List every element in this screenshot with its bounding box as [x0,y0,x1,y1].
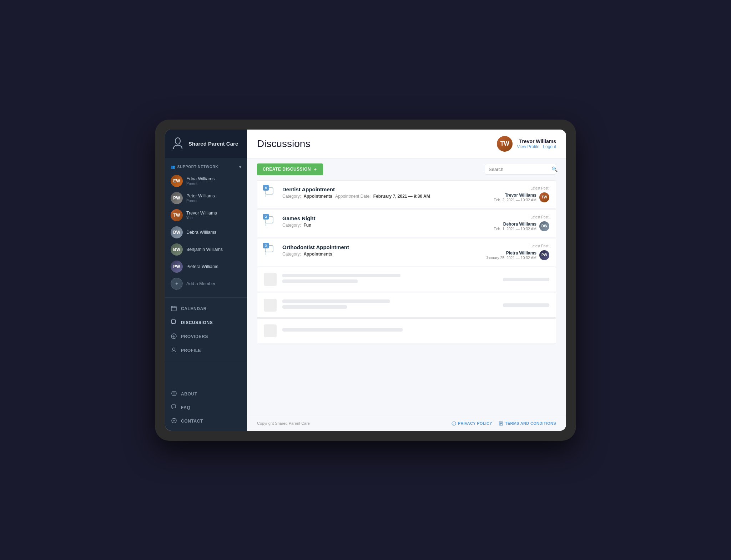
sidebar-item-faq[interactable]: FAQ [165,401,247,414]
terms-conditions-link[interactable]: TERMS AND CONDITIONS [499,421,556,426]
skeleton-right [503,278,549,281]
svg-point-12 [173,392,174,393]
sidebar-item-peter[interactable]: PW Peter Williams Parent [165,190,247,207]
svg-rect-1 [171,306,176,311]
discussions-icon [171,319,177,326]
network-icon: 👥 [171,165,175,169]
sidebar-item-calendar[interactable]: CALENDAR [165,302,247,316]
discussion-row-1[interactable]: 6 Dentist Appointment Category: Appointm… [257,180,556,208]
sidebar-item-discussions[interactable]: DISCUSSIONS [165,316,247,330]
sidebar-logo: Shared Parent Care [165,130,247,158]
svg-point-0 [175,138,180,144]
main-footer: Copyright Shared Parent Care i PRIVACY P… [247,416,566,431]
sidebar-item-contact[interactable]: ? CONTACT [165,414,247,428]
skeleton-row-6 [257,318,556,343]
support-network-label: 👥 SUPPORT NETWORK [171,165,218,169]
footer-copyright: Copyright Shared Parent Care [257,421,310,425]
logout-link[interactable]: Logout [543,144,556,149]
sidebar-item-add-member[interactable]: + Add a Member [165,275,247,292]
search-icon[interactable]: 🔍 [551,166,558,172]
support-network-section: 👥 SUPPORT NETWORK ▾ EW Edna Williams Par… [165,158,247,295]
member-role-edna: Parent [186,181,241,186]
latest-avatar-1: TW [539,192,549,202]
discussion-latest-1: Latest Post: Trevor Williams Feb. 2, 202… [485,186,549,202]
discussion-title-3: Orthodontist Appointment [282,244,479,250]
faq-icon [171,404,177,411]
discussion-icon-3: 3 [264,244,277,257]
avatar-pietera: PW [171,261,183,273]
tablet-frame: Shared Parent Care 👥 SUPPORT NETWORK ▾ E… [155,120,576,441]
avatar-trevor: TW [171,209,183,221]
view-profile-link[interactable]: View Profile [517,144,539,149]
add-member-label: Add a Member [186,281,241,286]
discussion-latest-2: Latest Post: Debora Williams Feb. 1, 202… [485,215,549,231]
avatar-edna: EW [171,175,183,187]
create-discussion-button[interactable]: CREATE DISCUSSION ＋ [257,163,323,175]
member-name-debra: Debra Williams [186,230,241,235]
skeleton-line [282,328,403,332]
privacy-icon: i [452,421,456,426]
member-name-edna: Edna Williams [186,176,241,181]
member-name-trevor: Trevor Williams [186,211,241,216]
skeleton-row-4 [257,267,556,292]
discussion-row-3[interactable]: 3 Orthodontist Appointment Category: App… [257,238,556,266]
badge-count-2: 2 [263,214,269,220]
member-name-pietera: Pietera Williams [186,264,241,269]
sidebar-item-edna[interactable]: EW Edna Williams Parent [165,172,247,190]
appt-date-1: Appointment Date: February 7, 2021 — 9:3… [335,194,430,199]
app-name: Shared Parent Care [188,140,238,147]
member-name-benjamin: Benjamin Williams [186,247,241,252]
discussion-title-2: Games Night [282,215,479,221]
member-name-peter: Peter Williams [186,193,241,198]
avatar-debra: DW [171,226,183,238]
skeleton-icon [264,324,277,337]
discussion-icon-2: 2 [264,215,277,228]
latest-name-1: Trevor Williams [494,193,536,198]
latest-avatar-2: DW [539,221,549,231]
divider-2 [165,362,247,362]
sidebar-item-profile[interactable]: PROFILE [165,344,247,358]
sidebar-item-pietera[interactable]: PW Pietera Williams [165,258,247,275]
discussion-latest-3: Latest Post: Pietra Williams January 25,… [485,244,549,260]
app-logo-icon [171,137,184,150]
latest-date-2: Feb. 1, 2021 — 10:32 AM [494,227,536,231]
member-role-peter: Parent [186,198,241,203]
terms-icon [499,421,503,426]
skeleton-row-5 [257,293,556,318]
latest-avatar-3: PW [539,250,549,260]
plus-icon: ＋ [313,166,318,172]
privacy-policy-link[interactable]: i PRIVACY POLICY [452,421,492,426]
sidebar-item-trevor[interactable]: TW Trevor Williams You [165,207,247,224]
profile-icon [171,347,177,354]
sidebar-item-benjamin[interactable]: BW Benjamin Williams [165,241,247,258]
svg-text:i: i [453,423,454,425]
category-label-3: Category: Appointments [282,252,332,257]
avatar-peter: PW [171,192,183,204]
page-title: Discussions [257,138,310,150]
search-box: 🔍 [485,164,556,175]
divider-1 [165,297,247,298]
sidebar-item-about[interactable]: ABOUT [165,387,247,401]
header-user: TW Trevor Williams View Profile Logout [497,136,556,152]
latest-date-3: January 25, 2021 — 10:32 AM [486,256,536,260]
main-header: Discussions TW Trevor Williams View Prof… [247,130,566,158]
sidebar-footer: ABOUT FAQ ? CONTACT [165,384,247,431]
skeleton-line [282,305,347,309]
discussion-icon-1: 6 [264,186,277,199]
nav-section: CALENDAR DISCUSSIONS PROVIDERS [165,300,247,360]
calendar-icon [171,306,177,312]
skeleton-icon [264,273,277,286]
sidebar-item-debra[interactable]: DW Debra Williams [165,224,247,241]
svg-rect-5 [171,320,176,323]
about-icon [171,391,177,397]
chevron-down-icon: ▾ [239,165,241,170]
discussion-row-2[interactable]: 2 Games Night Category: Fun Latest Post: [257,209,556,237]
search-input[interactable] [489,167,549,172]
toolbar: CREATE DISCUSSION ＋ 🔍 [247,158,566,180]
skeleton-line [282,299,390,303]
support-network-header[interactable]: 👥 SUPPORT NETWORK ▾ [165,163,247,172]
sidebar-item-providers[interactable]: PROVIDERS [165,330,247,344]
providers-icon [171,333,177,340]
skeleton-icon [264,299,277,312]
member-role-trevor: You [186,216,241,220]
